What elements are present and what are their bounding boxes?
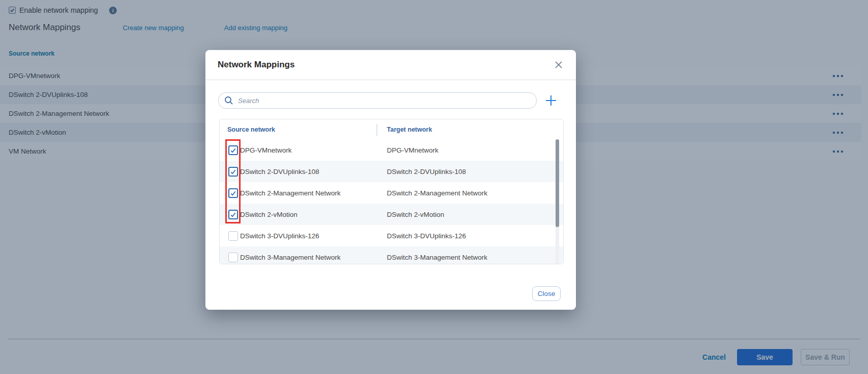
network-mappings-modal: Network Mappings Source network: [205, 50, 576, 310]
source-network-cell: DPG-VMnetwork: [240, 146, 292, 154]
search-icon: [224, 96, 233, 105]
source-network-header: Source network: [227, 126, 275, 133]
modal-title: Network Mappings: [218, 60, 295, 70]
check-icon: [230, 190, 236, 196]
modal-table-row: DPG-VMnetwork DPG-VMnetwork: [220, 139, 563, 161]
close-icon[interactable]: [554, 60, 564, 70]
check-icon: [230, 168, 236, 175]
source-network-cell: DSwitch 3-DVUplinks-126: [240, 232, 319, 240]
mappings-table-header: Source network Target network: [220, 119, 563, 139]
modal-row-list: DPG-VMnetwork DPG-VMnetwork DSwitch 2-DV…: [220, 139, 563, 264]
scrollbar-track[interactable]: [556, 139, 559, 264]
close-button[interactable]: Close: [532, 286, 561, 301]
modal-header: Network Mappings: [205, 50, 576, 80]
target-network-cell: DSwitch 3-DVUplinks-126: [387, 232, 466, 240]
source-network-cell: DSwitch 3-Management Network: [240, 254, 340, 261]
modal-table-row: DSwitch 3-Management Network DSwitch 3-M…: [220, 246, 563, 264]
target-network-cell: DSwitch 2-Management Network: [387, 189, 487, 197]
target-network-cell: DSwitch 2-vMotion: [387, 211, 444, 218]
check-icon: [230, 211, 236, 218]
add-mapping-plus-icon[interactable]: [545, 95, 557, 106]
modal-table-row: DSwitch 2-Management Network DSwitch 2-M…: [220, 182, 563, 204]
row-checkbox[interactable]: [228, 253, 238, 262]
source-network-cell: DSwitch 2-vMotion: [240, 211, 298, 218]
source-network-cell: DSwitch 2-Management Network: [240, 189, 340, 197]
target-network-cell: DSwitch 2-DVUplinks-108: [387, 168, 466, 176]
search-row: [218, 92, 565, 109]
mappings-table: Source network Target network DPG-VMnetw…: [219, 119, 564, 264]
target-network-cell: DSwitch 3-Management Network: [387, 254, 487, 261]
row-checkbox[interactable]: [228, 188, 238, 198]
target-network-header: Target network: [387, 126, 432, 133]
source-network-cell: DSwitch 2-DVUplinks-108: [240, 168, 319, 176]
search-box: [218, 92, 537, 109]
modal-table-row: DSwitch 2-DVUplinks-108 DSwitch 2-DVUpli…: [220, 161, 563, 182]
check-icon: [230, 254, 236, 261]
search-input[interactable]: [238, 97, 536, 105]
row-checkbox[interactable]: [228, 210, 238, 219]
column-divider: [377, 124, 377, 136]
modal-table-row: DSwitch 2-vMotion DSwitch 2-vMotion: [220, 204, 563, 225]
row-checkbox[interactable]: [228, 145, 238, 155]
row-checkbox[interactable]: [228, 167, 238, 177]
check-icon: [230, 147, 236, 154]
check-icon: [230, 233, 236, 239]
scrollbar-thumb[interactable]: [556, 139, 559, 227]
target-network-cell: DPG-VMnetwork: [387, 146, 438, 154]
modal-table-row: DSwitch 3-DVUplinks-126 DSwitch 3-DVUpli…: [220, 225, 563, 246]
row-checkbox[interactable]: [228, 231, 238, 241]
